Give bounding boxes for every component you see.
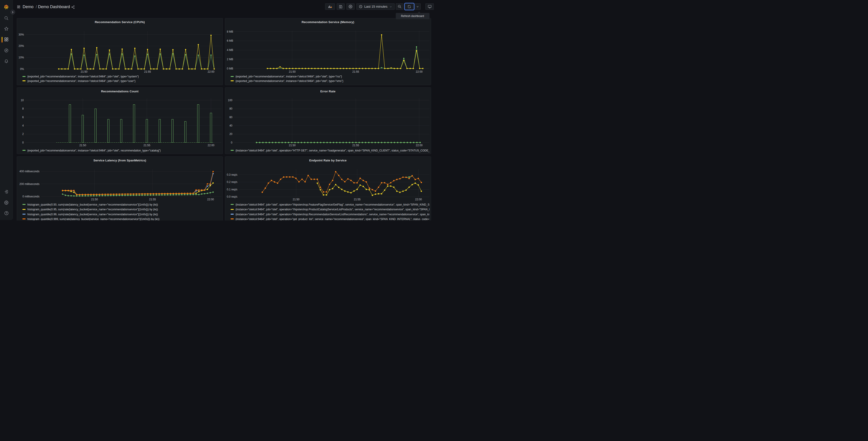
- svg-text:8: 8: [22, 107, 24, 110]
- svg-text:22:00: 22:00: [207, 198, 214, 201]
- svg-text:80: 80: [229, 107, 232, 110]
- svg-text:22:00: 22:00: [416, 70, 423, 74]
- svg-text:20%: 20%: [18, 45, 24, 48]
- svg-text:100: 100: [228, 99, 232, 102]
- svg-text:10: 10: [21, 99, 24, 102]
- svg-text:22:00: 22:00: [208, 144, 214, 147]
- svg-text:6: 6: [22, 115, 24, 119]
- svg-text:22:00: 22:00: [415, 198, 422, 201]
- svg-text:0.1 req/s: 0.1 req/s: [227, 188, 237, 191]
- svg-text:2: 2: [22, 133, 24, 136]
- svg-text:21:50: 21:50: [289, 70, 296, 74]
- svg-text:4 MB: 4 MB: [227, 49, 233, 52]
- svg-text:21:50: 21:50: [292, 198, 299, 201]
- svg-text:22:00: 22:00: [416, 144, 423, 147]
- svg-text:0: 0: [231, 141, 232, 144]
- svg-text:6 MB: 6 MB: [227, 39, 233, 42]
- svg-text:21:50: 21:50: [289, 144, 296, 147]
- svg-text:21:50: 21:50: [79, 144, 86, 147]
- svg-text:200 milliseconds: 200 milliseconds: [19, 182, 39, 186]
- svg-text:21:55: 21:55: [144, 70, 151, 74]
- svg-text:0.0 req/s: 0.0 req/s: [227, 195, 237, 198]
- svg-text:0 milliseconds: 0 milliseconds: [22, 195, 39, 198]
- svg-text:0%: 0%: [20, 67, 24, 70]
- svg-text:0: 0: [22, 141, 24, 144]
- svg-text:4: 4: [22, 124, 24, 127]
- svg-text:8 MB: 8 MB: [227, 30, 233, 33]
- svg-text:400 milliseconds: 400 milliseconds: [19, 170, 39, 173]
- svg-text:10%: 10%: [18, 56, 24, 59]
- svg-text:21:50: 21:50: [91, 198, 98, 201]
- svg-text:60: 60: [229, 115, 232, 119]
- svg-text:0 MB: 0 MB: [227, 67, 233, 70]
- svg-text:22:00: 22:00: [208, 70, 214, 74]
- svg-text:2 MB: 2 MB: [227, 58, 233, 61]
- svg-text:20: 20: [229, 133, 232, 136]
- svg-text:21:55: 21:55: [352, 70, 359, 74]
- svg-text:21:55: 21:55: [149, 198, 156, 201]
- svg-text:0.3 req/s: 0.3 req/s: [227, 173, 237, 176]
- svg-text:30%: 30%: [18, 33, 24, 36]
- svg-text:40: 40: [229, 124, 232, 127]
- svg-text:21:55: 21:55: [352, 144, 359, 147]
- svg-text:0.2 req/s: 0.2 req/s: [227, 180, 237, 184]
- svg-text:21:55: 21:55: [144, 144, 150, 147]
- svg-text:21:50: 21:50: [81, 70, 87, 74]
- svg-text:21:55: 21:55: [354, 198, 361, 201]
